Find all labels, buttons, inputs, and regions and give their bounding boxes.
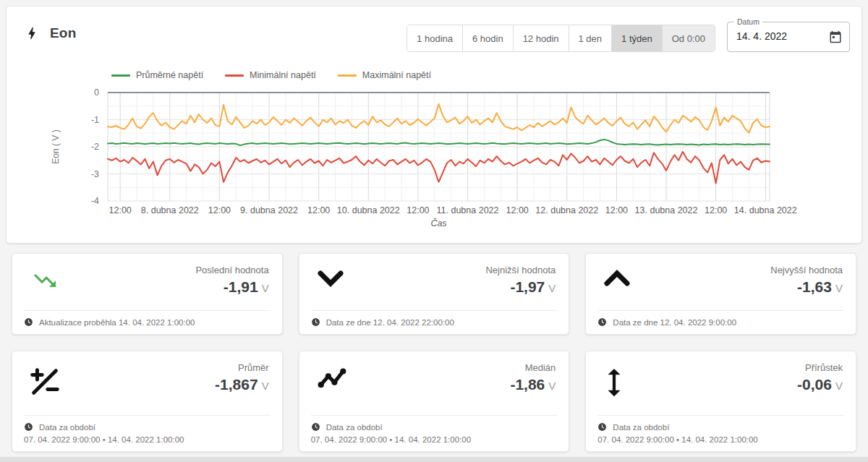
time-range-button-6h[interactable]: 6 hodin (462, 25, 513, 51)
time-range-button-1h[interactable]: 1 hodina (407, 25, 462, 51)
stat-unit: V (548, 380, 556, 392)
time-range-button-od000[interactable]: Od 0:00 (662, 25, 715, 51)
x-tick-label: 11. dubna 2022 (437, 205, 499, 215)
series-line (108, 140, 770, 145)
clock-icon (24, 422, 33, 432)
card-median: Medián -1,86V Data za období 07. 04. 202… (299, 351, 570, 452)
y-axis-title: Eon ( V ) (51, 129, 61, 163)
stat-unit: V (262, 380, 269, 392)
clock-icon (597, 317, 607, 327)
chevron-down-icon (315, 268, 346, 289)
y-tick-label: -4 (91, 196, 99, 206)
footer-text: Data za období (613, 423, 669, 432)
x-axis-title: Čas (430, 218, 446, 228)
footer-period: 07. 04. 2022 9:00:00 • 14. 04. 2022 1:00… (311, 435, 558, 444)
chart-card: Eon 1 hodina 6 hodin 12 hodin 1 den 1 tý… (6, 6, 862, 244)
stat-value: -1,63V (770, 278, 843, 296)
x-tick-label: 12:00 (109, 205, 132, 215)
card-last-value: Poslední hodnota -1,91V Aktualizace prob… (12, 253, 283, 335)
height-icon (602, 365, 626, 400)
stat-label: Poslední hodnota (195, 265, 268, 275)
card-footer: Data ze dne 12. 04. 2022 22:00:00 (311, 310, 558, 334)
card-average: Průměr -1,867V Data za období 07. 04. 20… (12, 351, 283, 452)
card-footer: Data ze dne 12. 04. 2022 9:00:00 (597, 310, 844, 334)
trending-down-icon (28, 268, 61, 294)
x-tick-label: 12:00 (208, 205, 231, 215)
x-tick-label: 12:00 (307, 205, 330, 215)
x-tick-label: 12:00 (506, 205, 529, 215)
plus-minus-icon (28, 365, 61, 398)
x-tick-label: 14. dubna 2022 (734, 205, 797, 215)
next-section-edge (0, 457, 868, 462)
x-tick-label: 12:00 (705, 205, 727, 215)
stat-unit: V (835, 282, 843, 294)
time-range-button-1w[interactable]: 1 týden (611, 25, 662, 51)
stat-unit: V (548, 282, 556, 294)
footer-text: Data ze dne 12. 04. 2022 22:00:00 (326, 318, 454, 327)
x-tick-label: 12:00 (407, 205, 429, 215)
clock-icon (311, 422, 320, 432)
clock-icon (24, 317, 33, 327)
x-tick-label: 13. dubna 2022 (635, 205, 698, 215)
time-range-button-group: 1 hodina 6 hodin 12 hodin 1 den 1 týden … (407, 25, 715, 52)
stat-cards-grid: Poslední hodnota -1,91V Aktualizace prob… (12, 253, 856, 452)
footer-period: 07. 04. 2022 9:00:00 • 14. 04. 2022 1:00… (24, 435, 271, 444)
bolt-icon (24, 25, 40, 41)
card-footer: Aktualizace proběhla 14. 04. 2022 1:00:0… (24, 310, 271, 334)
card-highest-value: Nejvyšší hodnota -1,63V Data ze dne 12. … (585, 253, 856, 335)
card-lowest-value: Nejnižší hodnota -1,97V Data ze dne 12. … (299, 253, 570, 335)
chevron-up-icon (602, 268, 632, 289)
timeline-icon (315, 365, 349, 390)
page-title: Eon (50, 25, 77, 41)
card-footer: Data za období 07. 04. 2022 9:00:00 • 14… (24, 415, 271, 451)
footer-period: 07. 04. 2022 9:00:00 • 14. 04. 2022 1:00… (597, 435, 844, 444)
series-line (108, 152, 770, 184)
x-tick-label: 10. dubna 2022 (337, 205, 400, 215)
footer-text: Data ze dne 12. 04. 2022 9:00:00 (613, 318, 736, 327)
y-tick-label: 0 (94, 87, 99, 98)
x-tick-label: 12:00 (605, 205, 628, 215)
stat-value: -1,97V (485, 278, 556, 296)
card-header: Eon (24, 25, 77, 41)
card-footer: Data za období 07. 04. 2022 9:00:00 • 14… (311, 415, 558, 451)
stat-unit: V (835, 380, 843, 392)
date-field-label: Datum (734, 17, 762, 26)
stat-value: -1,86V (510, 376, 556, 393)
footer-text: Data za období (39, 423, 95, 432)
stat-label: Nejnižší hodnota (485, 265, 556, 275)
calendar-icon[interactable] (829, 30, 842, 43)
stat-label: Průměr (215, 362, 269, 373)
series-line (108, 104, 770, 133)
stat-value: -1,867V (215, 376, 269, 393)
stat-label: Přírůstek (797, 362, 843, 373)
x-tick-label: 8. dubna 2022 (141, 205, 199, 215)
y-tick-label: -2 (91, 142, 99, 152)
card-footer: Data za období 07. 04. 2022 9:00:00 • 14… (597, 415, 844, 451)
y-tick-label: -3 (91, 169, 99, 179)
footer-text: Data za období (326, 423, 383, 432)
date-input[interactable] (736, 30, 823, 42)
footer-text: Aktualizace proběhla 14. 04. 2022 1:00:0… (39, 318, 195, 327)
stat-value: -0,06V (797, 376, 843, 393)
x-tick-label: 9. dubna 2022 (240, 205, 298, 215)
date-field[interactable]: Datum (727, 22, 850, 52)
clock-icon (597, 422, 607, 432)
x-tick-label: 12. dubna 2022 (535, 205, 598, 215)
stat-unit: V (262, 282, 269, 294)
clock-icon (311, 317, 320, 327)
stat-label: Nejvyšší hodnota (770, 265, 843, 275)
time-range-button-12h[interactable]: 12 hodin (513, 25, 569, 51)
voltage-chart[interactable]: 0-1-2-3-412:008. dubna 202212:009. dubna… (7, 63, 863, 234)
stat-label: Medián (510, 362, 556, 373)
time-range-button-1d[interactable]: 1 den (569, 25, 612, 51)
y-tick-label: -1 (91, 115, 99, 125)
stat-value: -1,91V (195, 278, 268, 296)
time-controls: 1 hodina 6 hodin 12 hodin 1 den 1 týden … (407, 17, 850, 52)
card-increment: Přírůstek -0,06V Data za období 07. 04. … (585, 351, 856, 452)
